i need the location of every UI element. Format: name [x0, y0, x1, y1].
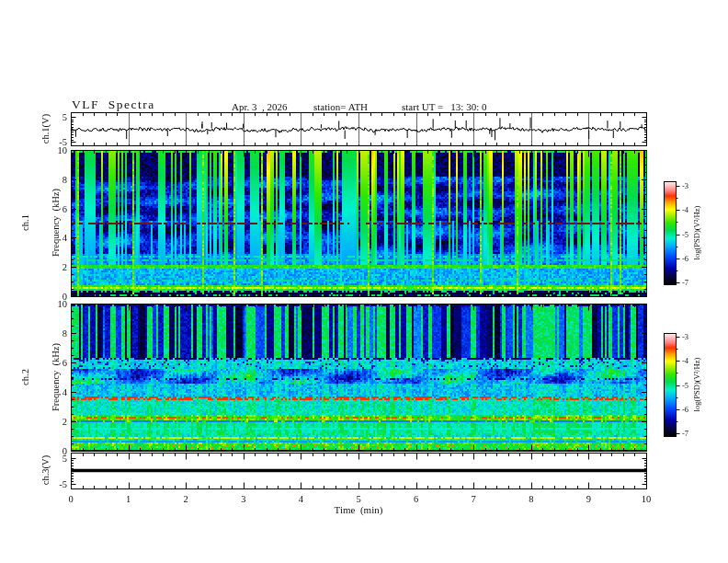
ch2-spec-ytick-label: 4	[63, 387, 67, 397]
x-tick-label: 10	[642, 493, 652, 503]
figure-title: VLF Spectra	[72, 98, 155, 112]
x-tick-label: 7	[472, 493, 476, 503]
colorbar2-tick-label: -5	[682, 381, 688, 390]
ch1-voltage-axis-label: ch.1(V)	[40, 114, 51, 144]
colorbar2-tick-label: -6	[682, 405, 688, 414]
ch2-spec-ytick-label: 2	[63, 417, 67, 427]
figure-date: Apr. 3 , 2026	[232, 101, 288, 112]
x-tick-label: 1	[126, 493, 131, 503]
ch3-wave-ytick-label: 5	[63, 453, 67, 463]
x-tick-label: 3	[241, 493, 245, 503]
plot-canvas	[0, 0, 728, 563]
x-tick-label: 5	[356, 493, 360, 503]
ch2-spec-ytick-label: 8	[63, 328, 67, 339]
ch1-spec-ytick-label: 2	[63, 262, 67, 272]
ch2-frequency-axis-label: ch.2 Frequency (kHz)	[0, 343, 81, 411]
colorbar1-tick-label: -7	[682, 278, 688, 287]
x-tick-label: 6	[414, 493, 418, 503]
ch1-axis-channel-text: ch.1	[20, 189, 30, 257]
ch3-voltage-axis-label: ch.3(V)	[40, 455, 51, 485]
ch1-wave-ytick-label: 5	[63, 111, 67, 121]
ch1-frequency-axis-label: ch.1 Frequency (kHz)	[0, 189, 81, 257]
x-tick-label: 2	[184, 493, 188, 503]
colorbar1-tick-label: -3	[682, 181, 688, 190]
colorbar1-tick-label: -4	[682, 205, 688, 214]
x-tick-label: 4	[299, 493, 303, 503]
figure-station: station= ATH	[313, 101, 368, 112]
x-tick-label: 8	[529, 493, 533, 503]
ch3-wave-ytick-label: -5	[59, 478, 67, 488]
ch1-spec-ytick-label: 8	[63, 174, 67, 184]
colorbar1-tick-label: -5	[682, 230, 688, 239]
colorbar1-tick-label: -6	[682, 254, 688, 263]
ch2-spec-ytick-label: 10	[58, 299, 68, 309]
ch2-axis-channel-text: ch.2	[20, 343, 30, 411]
colorbar2-tick-label: -4	[682, 356, 688, 365]
ch1-axis-frequency-text: Frequency (kHz)	[51, 189, 61, 257]
x-tick-label: 0	[68, 493, 73, 503]
figure-start-ut: start UT = 13: 30: 0	[402, 101, 486, 112]
ch2-axis-frequency-text: Frequency (kHz)	[51, 343, 61, 411]
x-axis-label: Time (min)	[335, 504, 383, 515]
ch2-spec-ytick-label: 6	[63, 358, 67, 368]
vlf-spectra-figure: VLF Spectra Apr. 3 , 2026 station= ATH s…	[0, 0, 728, 563]
colorbar2-label: log(PSD)(V²/Hz)	[692, 358, 701, 412]
x-tick-label: 9	[586, 493, 591, 503]
ch1-spec-ytick-label: 4	[63, 233, 67, 243]
colorbar2-tick-label: -3	[682, 332, 688, 341]
colorbar1-label: log(PSD)(V²/Hz)	[692, 206, 701, 260]
ch1-spec-ytick-label: 10	[58, 145, 68, 155]
ch1-spec-ytick-label: 6	[63, 203, 67, 213]
colorbar2-tick-label: -7	[682, 429, 688, 438]
